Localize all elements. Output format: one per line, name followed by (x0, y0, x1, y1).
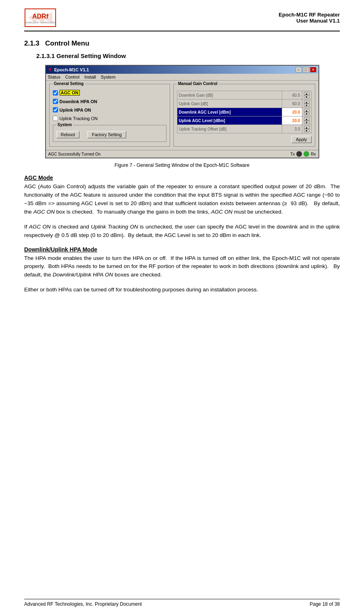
screenshot-statusbar: AGC Successfully Turned On Tx Rx (46, 150, 318, 158)
spin-down[interactable]: ▼ (304, 95, 310, 98)
system-panel: System Reboot Factory Setting (53, 125, 166, 142)
uplink-gain-label: Uplink Gain [dB] (177, 100, 282, 108)
downlink-gain-label: Downlink Gain [dB] (177, 91, 282, 100)
table-row: Uplink AGC Level [dBm] 20.0 ▲ ▼ (177, 116, 311, 125)
screenshot-menubar: Status Control Install System (46, 74, 318, 81)
page-header: ADRf ADVANCED RF TECHNOLOGIES Epoch-M1C … (24, 8, 340, 31)
apply-row: Apply (177, 136, 312, 143)
uplink-tracking-offset-label: Uplink Tracking Offset [dB] (177, 125, 282, 133)
agc-mode-paragraph-1: AGC (Auto Gain Control) adjusts the vari… (24, 183, 340, 216)
uplink-agc-value: 20.0 (282, 116, 302, 125)
hpa-mode-section: Downlink/Uplink HPA Mode The HPA mode en… (24, 246, 340, 295)
menu-control[interactable]: Control (65, 75, 79, 79)
tx-label: Tx (290, 152, 295, 156)
spin-down[interactable]: ▼ (304, 112, 310, 115)
page-footer: Advanced RF Technologies, Inc. Proprieta… (24, 599, 340, 607)
agc-on-label: AGC ON (60, 90, 80, 96)
uplink-hpa-row: Uplink HPA ON (53, 107, 166, 112)
figure-caption: Figure 7 - General Setting Window of the… (24, 162, 340, 168)
subsection-title: 2.1.3.1 General Setting Window (36, 52, 340, 59)
uplink-agc-spinner: ▲ ▼ (302, 116, 311, 125)
downlink-hpa-label: Downlink HPA ON (60, 99, 98, 104)
downlink-agc-value: 20.0 (282, 108, 302, 116)
section-title: 2.1.3 Control Menu (24, 39, 340, 48)
downlink-hpa-checkbox[interactable] (53, 99, 58, 104)
downlink-gain-spinner: ▲ ▼ (302, 91, 311, 100)
window-controls: − □ ✕ (295, 67, 316, 73)
document-title: Epoch-M1C RF Repeater User Manual V1.1 (279, 12, 340, 24)
downlink-hpa-row: Downlink HPA ON (53, 99, 166, 104)
title-icon: ✕ (48, 67, 52, 73)
tx-indicator (296, 151, 302, 157)
window-title: Epoch-M1C V1.1 (54, 67, 89, 72)
rx-label: Rx (311, 152, 316, 156)
software-screenshot: ✕ Epoch-M1C V1.1 − □ ✕ Status Control In… (45, 65, 319, 158)
uplink-hpa-checkbox[interactable] (53, 107, 58, 112)
close-button[interactable]: ✕ (310, 67, 316, 73)
minimize-button[interactable]: − (295, 67, 302, 73)
gain-table: Downlink Gain [dB] 60.5 ▲ ▼ Uplink Gain … (177, 91, 312, 133)
agc-mode-paragraph-2: If AGC ON is checked and Uplink Tracking… (24, 223, 340, 240)
footer-left: Advanced RF Technologies, Inc. Proprieta… (24, 601, 142, 607)
agc-on-checkbox[interactable] (53, 90, 58, 96)
table-row: Uplink Tracking Offset [dB] 3.0 ▲ ▼ (177, 125, 311, 133)
system-legend: System (56, 123, 73, 127)
system-buttons: Reboot Factory Setting (56, 131, 163, 138)
table-row: Downlink Gain [dB] 60.5 ▲ ▼ (177, 91, 311, 100)
status-text: AGC Successfully Turned On (48, 152, 101, 156)
menu-system[interactable]: System (101, 75, 116, 79)
screenshot-titlebar: ✕ Epoch-M1C V1.1 − □ ✕ (46, 66, 318, 74)
status-indicators: Tx Rx (290, 151, 316, 157)
uplink-gain-value: 60.0 (282, 100, 302, 108)
general-setting-legend: General Setting (53, 81, 85, 86)
mgc-legend: Manual Gain Control (177, 81, 219, 86)
spin-down[interactable]: ▼ (304, 104, 310, 107)
table-row: Uplink Gain [dB] 60.0 ▲ ▼ (177, 100, 311, 108)
company-logo: ADRf ADVANCED RF TECHNOLOGIES (24, 8, 56, 27)
general-setting-panel: General Setting AGC ON Downlink HPA ON U… (49, 84, 170, 147)
agc-mode-heading: AGC Mode (24, 175, 340, 181)
hpa-mode-paragraph-2: Either or both HPAs can be turned off fo… (24, 286, 340, 294)
menu-install[interactable]: Install (84, 75, 96, 79)
menu-status[interactable]: Status (48, 75, 60, 79)
restore-button[interactable]: □ (303, 67, 309, 73)
uplink-gain-spinner: ▲ ▼ (302, 100, 311, 108)
apply-button[interactable]: Apply (291, 136, 312, 143)
agc-on-row: AGC ON (53, 90, 166, 96)
spin-down[interactable]: ▼ (304, 129, 310, 132)
uplink-tracking-offset-value: 3.0 (282, 125, 302, 133)
manual-gain-control-panel: Manual Gain Control Downlink Gain [dB] 6… (173, 84, 315, 147)
downlink-gain-value: 60.5 (282, 91, 302, 100)
spin-up[interactable]: ▲ (304, 117, 310, 121)
reboot-button[interactable]: Reboot (56, 131, 79, 138)
footer-right: Page 18 of 38 (310, 601, 340, 607)
spin-down[interactable]: ▼ (304, 121, 310, 124)
agc-mode-section: AGC Mode AGC (Auto Gain Control) adjusts… (24, 175, 340, 240)
rx-indicator (304, 151, 309, 157)
svg-text:ADRf: ADRf (32, 13, 49, 20)
uplink-agc-label: Uplink AGC Level [dBm] (177, 116, 282, 125)
downlink-agc-label: Downlink AGC Level [dBm] (177, 108, 282, 116)
hpa-mode-heading: Downlink/Uplink HPA Mode (24, 246, 340, 253)
spin-up[interactable]: ▲ (304, 109, 310, 112)
uplink-tracking-offset-spinner: ▲ ▼ (302, 125, 311, 133)
downlink-agc-spinner: ▲ ▼ (302, 108, 311, 116)
spin-up[interactable]: ▲ (304, 92, 310, 95)
spin-up[interactable]: ▲ (304, 100, 310, 104)
uplink-tracking-label: Uplink Tracking ON (60, 116, 98, 121)
uplink-tracking-row: Uplink Tracking ON (53, 116, 166, 121)
svg-text:ADVANCED RF TECHNOLOGIES: ADVANCED RF TECHNOLOGIES (25, 21, 56, 24)
uplink-tracking-checkbox[interactable] (53, 116, 58, 121)
screenshot-body: General Setting AGC ON Downlink HPA ON U… (46, 81, 318, 150)
hpa-mode-paragraph-1: The HPA mode enables the user to turn th… (24, 254, 340, 280)
table-row: Downlink AGC Level [dBm] 20.0 ▲ ▼ (177, 108, 311, 116)
factory-setting-button[interactable]: Factory Setting (87, 131, 126, 138)
uplink-hpa-label: Uplink HPA ON (60, 108, 91, 112)
spin-up[interactable]: ▲ (304, 126, 310, 129)
